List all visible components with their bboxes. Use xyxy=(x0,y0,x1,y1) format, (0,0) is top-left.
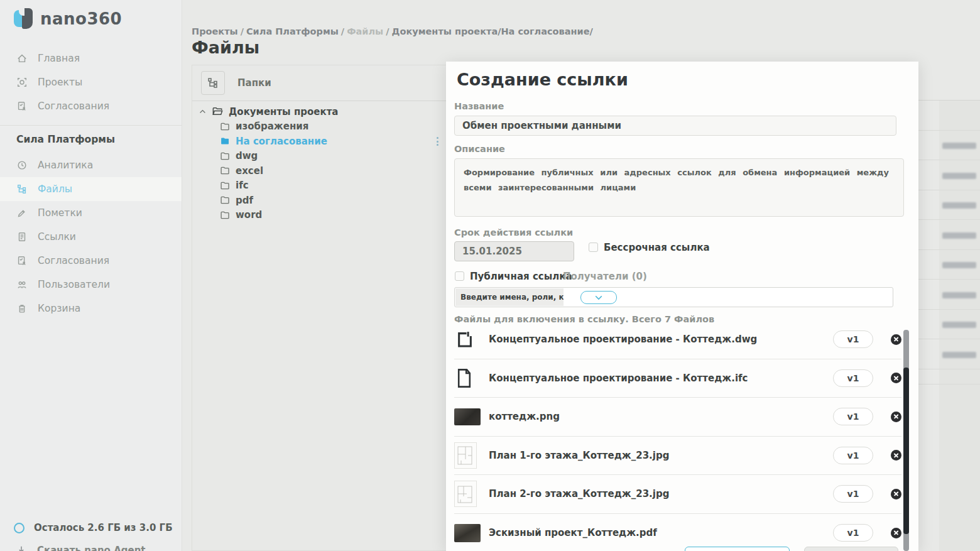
app-logo[interactable]: nano360 xyxy=(14,8,122,29)
dwg-file-icon xyxy=(454,329,476,350)
floorplan-thumbnail xyxy=(454,442,477,469)
folder-open-icon xyxy=(212,106,224,117)
file-row: Концептуальное проектирование - Коттедж.… xyxy=(454,359,901,398)
breadcrumb-files[interactable]: Файлы xyxy=(347,26,383,36)
tree-folder-excel[interactable]: excel xyxy=(192,163,447,178)
remove-file-button[interactable] xyxy=(891,412,901,422)
file-list-scrollbar-thumb[interactable] xyxy=(903,368,909,534)
tree-root-project-documents[interactable]: Документы проекта xyxy=(192,104,447,119)
sidebar-item-trash[interactable]: Корзина xyxy=(0,297,182,320)
public-link-label: Публичная ссылка xyxy=(470,271,572,282)
breadcrumb-project-name[interactable]: Сила Платформы xyxy=(246,26,339,36)
link-name-input[interactable] xyxy=(454,116,896,136)
tree-folder-ifc[interactable]: ifc xyxy=(192,178,447,194)
recipients-input-box[interactable] xyxy=(454,287,893,307)
tree-folder-pdf[interactable]: pdf xyxy=(192,193,447,208)
sidebar-project-nav: Аналитика Файлы Пометки Ссылки Согласова… xyxy=(0,153,182,320)
expiry-date-input[interactable] xyxy=(454,241,574,261)
sidebar-item-analytics[interactable]: Аналитика xyxy=(0,153,182,177)
sidebar-item-label: Проекты xyxy=(38,77,82,88)
recipients-dropdown-button[interactable] xyxy=(580,291,617,304)
breadcrumb-folder-path[interactable]: Документы проекта/На согласование/ xyxy=(392,26,593,36)
file-row: Концептуальное проектирование - Коттедж.… xyxy=(454,320,901,359)
folder-selected-icon xyxy=(220,136,231,146)
hierarchy-icon xyxy=(207,77,219,89)
sidebar-item-home[interactable]: Главная xyxy=(0,46,182,70)
users-icon xyxy=(16,279,28,290)
sidebar-main-nav: Главная Проекты Согласования xyxy=(0,46,182,118)
sidebar-item-links[interactable]: Ссылки xyxy=(0,225,182,249)
breadcrumb-projects[interactable]: Проекты xyxy=(192,26,238,36)
sidebar-item-label: Согласования xyxy=(38,255,109,266)
breadcrumb-separator: / xyxy=(383,26,391,36)
app-logo-text: nano360 xyxy=(40,9,122,28)
tree-folder-dwg[interactable]: dwg xyxy=(192,149,447,164)
tree-folder-label: На согласование xyxy=(236,136,327,147)
chevron-up-icon[interactable] xyxy=(199,107,207,116)
sidebar-item-approvals-project[interactable]: Согласования xyxy=(0,249,182,273)
file-list-scrollbar[interactable] xyxy=(903,330,909,551)
perpetual-link-checkbox[interactable] xyxy=(589,243,598,252)
sidebar-item-marks[interactable]: Пометки xyxy=(0,201,182,225)
tree-folder-for-approval[interactable]: На согласование xyxy=(192,134,447,149)
storage-ring-icon xyxy=(14,523,24,533)
folders-panel-title: Папки xyxy=(237,77,271,89)
file-row: План 1-го этажа_Коттедж_23.jpg v1 xyxy=(454,437,901,476)
modal-primary-button[interactable] xyxy=(804,547,898,551)
version-pill[interactable]: v1 xyxy=(833,447,873,464)
sidebar-item-label: Аналитика xyxy=(38,160,93,171)
file-row: Эскизный проект_Коттедж.pdf v1 xyxy=(454,514,901,551)
file-row: План 2-го этажа_Коттедж_23.jpg v1 xyxy=(454,475,901,514)
sidebar-divider xyxy=(0,125,182,126)
link-files-list: Концептуальное проектирование - Коттедж.… xyxy=(454,320,901,551)
folder-icon xyxy=(220,180,231,191)
recipients-count-label: Получатели (0) xyxy=(563,271,647,282)
version-pill[interactable]: v1 xyxy=(833,524,873,542)
recipients-input[interactable] xyxy=(460,293,564,302)
version-pill[interactable]: v1 xyxy=(833,330,873,348)
modal-title: Создание ссылки xyxy=(457,70,628,89)
download-agent[interactable]: Скачать nano Agent xyxy=(16,545,146,551)
public-link-checkbox[interactable] xyxy=(455,271,464,281)
sidebar-item-label: Ссылки xyxy=(38,231,76,243)
perpetual-link-label: Бессрочная ссылка xyxy=(604,242,710,253)
remove-file-button[interactable] xyxy=(891,334,901,345)
files-icon xyxy=(16,183,28,195)
remove-file-button[interactable] xyxy=(891,489,901,499)
chevron-down-icon xyxy=(594,294,604,302)
sidebar-item-files[interactable]: Файлы xyxy=(0,177,182,201)
folder-icon xyxy=(220,210,231,221)
create-link-modal: Создание ссылки Название Описание Формир… xyxy=(446,62,918,551)
folders-tree-view-button[interactable] xyxy=(201,71,225,95)
approvals-icon xyxy=(16,255,28,266)
tree-folder-label: ifc xyxy=(236,180,249,191)
sidebar-item-approvals[interactable]: Согласования xyxy=(0,94,182,118)
remove-file-button[interactable] xyxy=(891,373,901,383)
ifc-file-icon xyxy=(454,367,474,390)
sidebar-item-users[interactable]: Пользователи xyxy=(0,273,182,297)
version-pill[interactable]: v1 xyxy=(833,369,873,387)
link-description-textarea[interactable]: Формирование публичных или адресных ссыл… xyxy=(454,158,904,217)
folders-panel-header: Папки xyxy=(192,65,447,101)
tree-folder-images[interactable]: изображения xyxy=(192,119,447,134)
floorplan-thumbnail xyxy=(454,481,477,507)
folder-more-options-icon[interactable] xyxy=(437,137,439,146)
folder-icon xyxy=(220,121,231,132)
tree-folder-word[interactable]: word xyxy=(192,208,447,223)
modal-secondary-button[interactable] xyxy=(685,547,790,551)
remove-file-button[interactable] xyxy=(891,528,901,538)
tree-folder-label: pdf xyxy=(236,195,253,206)
remove-file-button[interactable] xyxy=(891,450,901,461)
tree-folder-label: изображения xyxy=(236,121,308,132)
project-section-label: Сила Платформы xyxy=(16,134,115,145)
trash-icon xyxy=(16,303,28,314)
sidebar-item-label: Корзина xyxy=(38,303,80,314)
page-title: Файлы xyxy=(192,38,259,57)
analytics-icon xyxy=(16,160,28,171)
file-name: Эскизный проект_Коттедж.pdf xyxy=(489,527,833,538)
folder-icon xyxy=(220,165,231,176)
version-pill[interactable]: v1 xyxy=(833,485,873,503)
version-pill[interactable]: v1 xyxy=(833,408,873,425)
folder-icon xyxy=(220,195,231,205)
sidebar-item-projects[interactable]: Проекты xyxy=(0,70,182,94)
